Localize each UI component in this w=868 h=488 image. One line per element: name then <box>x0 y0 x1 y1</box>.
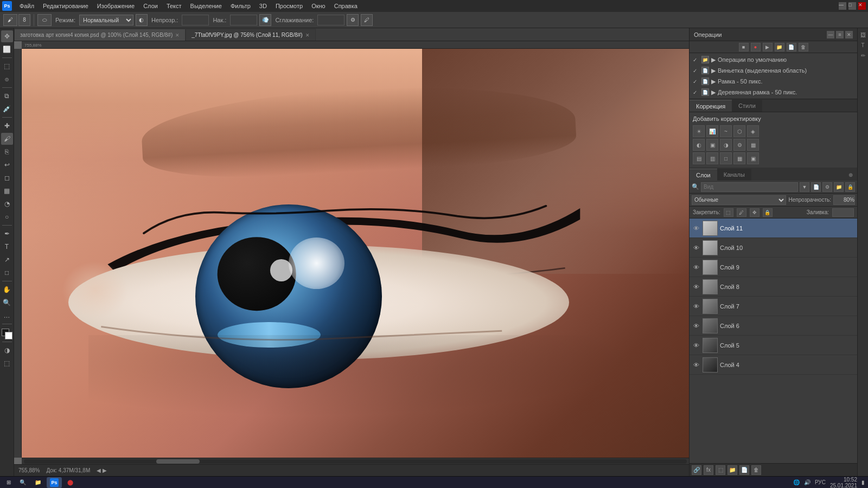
extra-btn[interactable]: 🖊 <box>361 14 373 26</box>
fill-value[interactable]: 100% <box>832 208 854 217</box>
ci-selective-color[interactable]: ▥ <box>706 152 718 164</box>
scroll-arrows[interactable]: ◀ ▶ <box>97 467 107 473</box>
layers-new-btn[interactable]: 📄 <box>811 182 821 192</box>
layer-effects-btn[interactable]: fx <box>704 465 713 475</box>
scroll-thumb[interactable] <box>156 459 200 464</box>
crop-tool[interactable]: ⧉ <box>1 90 13 102</box>
op-item-2[interactable]: ✓ 📄 ▶ Рамка - 50 пикс. <box>690 76 857 87</box>
layers-group-btn[interactable]: 📁 <box>834 182 844 192</box>
eye-btn-0[interactable]: 👁 <box>692 224 700 233</box>
start-btn[interactable]: ⊞ <box>3 478 14 486</box>
eye-btn-7[interactable]: 👁 <box>692 361 700 369</box>
tab-1[interactable]: _7Tta0fV9PY.jpg @ 756% (Слой 11, RGB/8#)… <box>186 29 315 41</box>
move-tool[interactable]: ✥ <box>1 30 13 42</box>
app-btn-2[interactable]: ⬤ <box>64 478 76 486</box>
layer-item-4[interactable]: 👁 Слой 7 <box>690 297 857 316</box>
ci-photo-filter[interactable]: ⚙ <box>733 139 745 151</box>
opacity-toggle[interactable]: ◐ <box>136 14 148 26</box>
brush-tool[interactable]: 🖌 <box>1 133 13 145</box>
tab-layers[interactable]: Слои <box>690 169 717 181</box>
mask-mode[interactable]: ◑ <box>1 344 13 356</box>
link-layers-btn[interactable]: 🔗 <box>692 465 701 475</box>
minimize-btn[interactable]: — <box>839 2 846 10</box>
more-tools[interactable]: … <box>1 310 13 322</box>
menu-edit[interactable]: Редактирование <box>39 2 93 10</box>
layer-item-2[interactable]: 👁 Слой 9 <box>690 258 857 277</box>
hand-tool[interactable]: ✋ <box>1 284 13 296</box>
smooth-input[interactable]: 0% <box>317 15 344 25</box>
panel-close[interactable]: ✕ <box>845 31 853 38</box>
tab-correction[interactable]: Коррекция <box>690 100 732 112</box>
ci-posterize[interactable]: ▦ <box>733 152 745 164</box>
ci-channel-mixer[interactable]: ▦ <box>747 139 759 151</box>
layer-item-7[interactable]: 👁 Слой 4 <box>690 355 857 375</box>
op-record[interactable]: ● <box>751 43 761 52</box>
new-group-btn[interactable]: 📁 <box>727 465 737 475</box>
si-btn-0[interactable]: 🖼 <box>859 30 867 39</box>
zoom-tool[interactable]: 🔍 <box>1 297 13 309</box>
ci-threshold[interactable]: □ <box>720 152 732 164</box>
layers-adjust-btn[interactable]: ⚙ <box>822 182 832 192</box>
ci-exposure[interactable]: ⬡ <box>733 125 745 137</box>
op-item-0[interactable]: ✓ 📁 ▶ Операции по умолчанию <box>690 54 857 65</box>
menu-view[interactable]: Просмотр <box>271 2 307 10</box>
tab-1-close[interactable]: ✕ <box>305 33 310 38</box>
menu-window[interactable]: Окно <box>307 2 330 10</box>
blur-tool[interactable]: ◔ <box>1 198 13 210</box>
layer-item-0[interactable]: 👁 Слой 11 <box>690 219 857 238</box>
pen-tool[interactable]: ✒ <box>1 228 13 240</box>
brush-tool-btn[interactable]: 🖌 <box>3 14 17 26</box>
canvas-scrollbar[interactable] <box>22 458 689 464</box>
lock-pixels-btn[interactable]: ⬚ <box>724 208 733 217</box>
layer-mask-btn[interactable]: ⬚ <box>716 465 725 475</box>
blend-mode-select[interactable]: Обычные <box>692 195 786 205</box>
airbrush-btn[interactable]: 💨 <box>259 14 271 26</box>
ci-gradient-map[interactable]: ▤ <box>693 152 705 164</box>
search-btn[interactable]: 🔍 <box>16 478 29 486</box>
eye-btn-5[interactable]: 👁 <box>692 322 700 330</box>
path-tool[interactable]: ↗ <box>1 254 13 266</box>
background-color[interactable] <box>5 332 12 339</box>
shape-tool[interactable]: □ <box>1 267 13 279</box>
stamp-tool[interactable]: ⎘ <box>1 146 13 158</box>
tb-show-desktop[interactable]: ▮ <box>861 479 865 485</box>
ci-brightness[interactable]: ☀ <box>693 125 705 137</box>
lasso-tool[interactable]: ⌾ <box>1 73 13 85</box>
ci-invert[interactable]: ▣ <box>747 152 759 164</box>
brush-shape-btn[interactable]: ⬭ <box>37 14 52 26</box>
layers-search-filter[interactable]: ▼ <box>800 182 809 192</box>
marquee-tool[interactable]: ⬚ <box>1 60 13 72</box>
eraser-tool[interactable]: ◻ <box>1 172 13 184</box>
lock-art-btn[interactable]: 🖊 <box>737 208 746 217</box>
menu-3d[interactable]: 3D <box>255 2 271 10</box>
op-new-action[interactable]: 📄 <box>787 43 796 52</box>
op-stop[interactable]: ■ <box>739 43 749 52</box>
op-item-3[interactable]: ✓ 📄 ▶ Деревянная рамка - 50 пикс. <box>690 87 857 98</box>
maximize-btn[interactable]: □ <box>848 2 856 10</box>
screen-mode[interactable]: ⬚ <box>1 357 13 369</box>
text-tool[interactable]: T <box>1 241 13 253</box>
op-new-set[interactable]: 📁 <box>775 43 784 52</box>
eye-btn-3[interactable]: 👁 <box>692 282 700 291</box>
si-btn-1[interactable]: T <box>859 41 867 49</box>
eyedropper-tool[interactable]: 💉 <box>1 103 13 115</box>
dodge-tool[interactable]: ○ <box>1 211 13 223</box>
close-btn[interactable]: ✕ <box>858 2 866 10</box>
layer-item-5[interactable]: 👁 Слой 6 <box>690 316 857 336</box>
lock-all-btn[interactable]: 🔒 <box>763 208 773 217</box>
op-play[interactable]: ▶ <box>763 43 773 52</box>
menu-help[interactable]: Справка <box>330 2 362 10</box>
eye-btn-2[interactable]: 👁 <box>692 263 700 272</box>
layers-lock-btn[interactable]: 🔒 <box>845 182 855 192</box>
layer-item-3[interactable]: 👁 Слой 8 <box>690 277 857 297</box>
tab-0[interactable]: заготовка арт копия4 копия.psd @ 100% (С… <box>14 29 186 41</box>
panel-menu[interactable]: ≡ <box>836 31 844 38</box>
op-delete[interactable]: 🗑 <box>799 43 808 52</box>
history-brush[interactable]: ↩ <box>1 159 13 171</box>
new-layer-btn[interactable]: 📄 <box>739 465 749 475</box>
eye-btn-1[interactable]: 👁 <box>692 243 700 252</box>
ci-curves[interactable]: ~ <box>720 125 732 137</box>
delete-layer-btn[interactable]: 🗑 <box>751 465 761 475</box>
menu-file[interactable]: Файл <box>15 2 39 10</box>
eye-btn-6[interactable]: 👁 <box>692 341 700 350</box>
